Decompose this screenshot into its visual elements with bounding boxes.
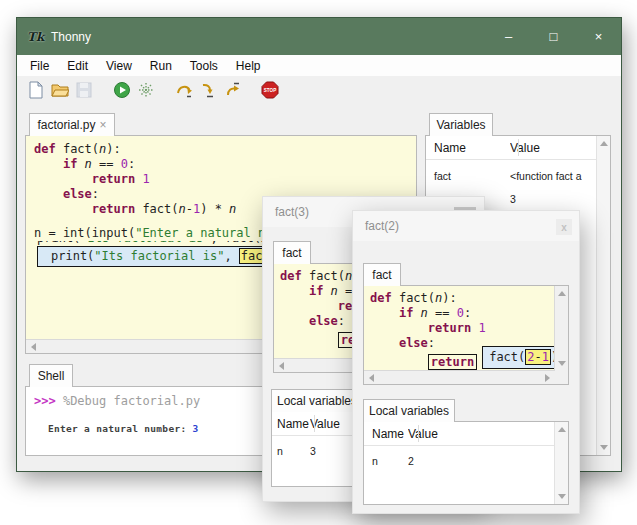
code-line: def fact(n): [34, 142, 416, 157]
window-title: Thonny [51, 30, 91, 44]
locals-rows: n2 [364, 446, 554, 472]
debug-frame-window-fact2: fact(2) x fact def fact(n): if n == 0: r… [352, 210, 580, 514]
scroll-left-icon[interactable] [279, 362, 284, 370]
table-row[interactable]: n2 [364, 449, 554, 472]
column-separator [314, 415, 315, 432]
column-separator [418, 425, 419, 442]
menu-item-tools[interactable]: Tools [181, 57, 227, 75]
save-file-icon[interactable] [75, 81, 93, 99]
code-line: return 1 [370, 321, 555, 336]
scroll-left-icon[interactable] [31, 343, 36, 351]
frame2-locals-panel: Name Value n2 [363, 421, 569, 505]
shell-tab-label: Shell [38, 369, 65, 383]
variables-tab-label: Variables [436, 118, 485, 132]
table-cell: fact [426, 170, 510, 182]
open-file-icon[interactable] [51, 81, 69, 99]
evaluation-box: fact(2-1) * n [482, 346, 555, 369]
titlebar[interactable]: Tk Thonny – □ × [17, 18, 621, 55]
table-cell: 3 [510, 193, 516, 205]
col-name: Name [426, 141, 510, 155]
tab-fact-frame2[interactable]: fact [363, 263, 401, 286]
col-value: Value [510, 141, 540, 155]
minimize-button[interactable]: – [486, 18, 531, 55]
menu-item-file[interactable]: File [21, 57, 58, 75]
scroll-right-icon[interactable] [545, 374, 550, 382]
menu-item-edit[interactable]: Edit [58, 57, 97, 75]
code-line: if n == 0: [370, 306, 555, 321]
table-cell: 2 [408, 455, 414, 467]
active-subexpression: 2-1 [525, 349, 551, 365]
step-into-icon[interactable] [199, 81, 217, 99]
tab-shell[interactable]: Shell [29, 364, 73, 387]
menu-item-view[interactable]: View [97, 57, 141, 75]
frame-tab-label: fact [372, 268, 391, 282]
popup-title: fact(3) [275, 205, 309, 219]
tab-fact-frame3[interactable]: fact [273, 241, 311, 264]
menu-item-help[interactable]: Help [227, 57, 270, 75]
thonny-app-icon: Tk [27, 29, 43, 45]
menu-item-run[interactable]: Run [141, 57, 181, 75]
svg-text:STOP: STOP [264, 88, 276, 93]
tab-factorial-py[interactable]: factorial.py × [29, 113, 115, 136]
menubar: FileEditViewRunToolsHelp [17, 55, 621, 76]
popup-titlebar[interactable]: fact(2) x [353, 211, 579, 241]
variables-vscrollbar[interactable] [596, 136, 610, 455]
column-separator [518, 139, 519, 156]
local-variables-tab-label: Local variables [369, 404, 449, 418]
maximize-button[interactable]: □ [531, 18, 576, 55]
run-script-icon[interactable] [113, 81, 131, 99]
active-return-keyword: return [428, 354, 477, 370]
local-variables-tab-label: Local variables [277, 394, 357, 408]
table-cell: 3 [310, 445, 316, 457]
step-over-icon[interactable] [175, 81, 193, 99]
new-file-icon[interactable] [27, 81, 45, 99]
scroll-left-icon[interactable] [369, 374, 374, 382]
frame2-hscrollbar[interactable] [364, 370, 555, 384]
col-name: Name [364, 427, 408, 441]
tab-local-variables-frame2[interactable]: Local variables [363, 399, 455, 422]
table-cell: n [364, 455, 408, 467]
tab-variables[interactable]: Variables [429, 113, 493, 136]
scroll-up-icon[interactable] [558, 291, 566, 296]
stop-icon[interactable]: STOP [261, 81, 279, 99]
close-button[interactable]: × [576, 18, 621, 55]
frame2-code: def fact(n): if n == 0: return 1 else: r… [364, 286, 555, 371]
editor-tab-label: factorial.py [37, 118, 95, 132]
scroll-down-icon[interactable] [558, 494, 566, 499]
debug-script-icon[interactable] [137, 81, 155, 99]
step-out-icon[interactable] [223, 81, 241, 99]
scroll-up-icon[interactable] [600, 141, 608, 146]
frame-tab-label: fact [282, 246, 301, 260]
code-line: return 1 [34, 172, 416, 187]
popup-title: fact(2) [365, 219, 399, 233]
col-name: Name [272, 417, 310, 431]
col-value: Value [408, 427, 438, 441]
tab-close-icon[interactable]: × [100, 118, 107, 132]
popup-close-button[interactable]: x [556, 219, 572, 235]
scroll-up-icon[interactable] [558, 427, 566, 432]
scroll-down-icon[interactable] [600, 445, 608, 450]
toolbar: STOP [17, 76, 621, 103]
locals-header: Name Value [364, 422, 554, 446]
table-cell: n [272, 445, 310, 457]
frame2-code-panel[interactable]: def fact(n): if n == 0: return 1 else: r… [363, 285, 569, 385]
code-line: if n == 0: [34, 157, 416, 172]
tab-local-variables-frame3[interactable]: Local variables [271, 389, 363, 412]
frame2-locals-vscrollbar[interactable] [554, 422, 568, 504]
frame2-vscrollbar[interactable] [554, 286, 568, 371]
scroll-down-icon[interactable] [558, 361, 566, 366]
code-line: def fact(n): [370, 291, 555, 306]
variables-header: Name Value [426, 136, 596, 160]
table-cell: <function fact a [510, 170, 582, 182]
table-row[interactable]: fact<function fact a [426, 164, 596, 187]
